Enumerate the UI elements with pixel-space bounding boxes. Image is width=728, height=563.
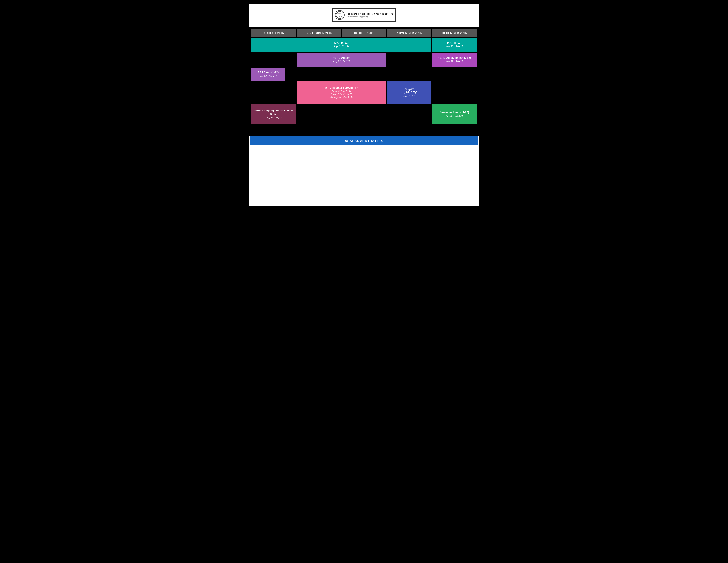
notes-section: ASSESSMENT NOTES	[249, 136, 479, 205]
read-act-k-block: READ Act (K) Aug 22 - Oct 20	[297, 53, 386, 67]
month-august: AUGUST 2016	[251, 29, 296, 37]
event-row-gt: GT Universal Screening * Grade 6: Sept 5…	[251, 81, 477, 103]
gt-sub3: Kindergarten: Oct 3 - 14	[330, 96, 353, 99]
read-act-k-dates: Aug 22 - Oct 20	[333, 60, 350, 63]
world-lang-block: World Language Assessments (6-12) Aug 22…	[251, 104, 296, 124]
logo-text: DENVER PUBLIC SCHOOLS Discover a World o…	[346, 12, 393, 18]
gt-sub1: Grade 6: Sept 5 - 16	[331, 90, 351, 93]
cogat-block: CogAT(1, 3-5 & 7)* Nov 1 - 11	[387, 81, 432, 103]
calendar: AUGUST 2016 SEPTEMBER 2016 OCTOBER 2016 …	[249, 27, 479, 129]
event-row-read-1-12: READ Act (1-12) Aug 22 - Sept 26	[251, 68, 477, 81]
event-row-world: World Language Assessments (6-12) Aug 22…	[251, 104, 477, 124]
map-title: MAP (6-12)	[334, 41, 349, 45]
notes-grid-top	[250, 145, 478, 170]
month-headers: AUGUST 2016 SEPTEMBER 2016 OCTOBER 2016 …	[251, 29, 477, 37]
notes-cell-1	[250, 145, 307, 170]
semester-finals-block: Semester Finals (9-12) Nov 30 - Dec 21	[432, 104, 477, 124]
cogat-dates: Nov 1 - 11	[403, 95, 415, 98]
brand-name: DENVER PUBLIC SCHOOLS	[346, 12, 393, 16]
gt-screening-block: GT Universal Screening * Grade 6: Sept 5…	[297, 81, 386, 103]
event-row-map: MAP (6-12) Aug 1 - Nov 18 MAP (6-12) Nov…	[251, 38, 477, 52]
gt-sub2: Grade 2: Sept 19 - 23	[331, 93, 352, 96]
map-dec-dates: Nov 28 - Feb 17	[446, 45, 463, 48]
map-block-dec: MAP (6-12) Nov 28 - Feb 17	[432, 38, 477, 52]
month-october: OCTOBER 2016	[342, 29, 386, 37]
logo: DENVER PUBLIC SCHOOLS DENVER PUBLIC SCHO…	[332, 8, 396, 22]
read-act-1-12-title: READ Act (1-12)	[258, 71, 279, 74]
tagline: Discover a World of Opportunity	[346, 16, 393, 18]
semester-finals-dates: Nov 30 - Dec 21	[445, 115, 463, 117]
semester-finals-title: Semester Finals (9-12)	[440, 111, 469, 114]
logo-circle: DENVER PUBLIC SCHOOLS	[335, 10, 345, 20]
svg-text:PUBLIC: PUBLIC	[338, 15, 341, 16]
notes-row-small	[250, 194, 478, 205]
svg-text:DENVER: DENVER	[338, 13, 342, 14]
cogat-title: CogAT(1, 3-5 & 7)*	[401, 87, 417, 94]
header: DENVER PUBLIC SCHOOLS DENVER PUBLIC SCHO…	[249, 4, 479, 27]
read-act-1-12-dates: Aug 22 - Sept 26	[259, 75, 277, 77]
map-block-main: MAP (6-12) Aug 1 - Nov 18	[251, 38, 431, 52]
notes-row-full	[250, 170, 478, 194]
read-act-midyear-title: READ Act (Midyear, K-12)	[438, 56, 471, 60]
read-act-1-12-block: READ Act (1-12) Aug 22 - Sept 26	[251, 68, 285, 81]
world-lang-title: World Language Assessments (6-12)	[253, 109, 294, 116]
read-act-k-title: READ Act (K)	[333, 56, 350, 60]
notes-cell-3	[364, 145, 421, 170]
event-row-read-k: READ Act (K) Aug 22 - Oct 20 READ Act (M…	[251, 53, 477, 67]
read-act-midyear-block: READ Act (Midyear, K-12) Nov 29 - Feb 17	[432, 53, 477, 67]
read-act-midyear-dates: Nov 29 - Feb 17	[446, 60, 463, 63]
map-dates: Aug 1 - Nov 18	[333, 45, 349, 48]
gt-title: GT Universal Screening *	[325, 86, 358, 89]
svg-text:SCHOOLS: SCHOOLS	[338, 16, 342, 17]
map-dec-title: MAP (6-12)	[447, 41, 461, 45]
notes-cell-4	[421, 145, 478, 170]
month-november: NOVEMBER 2016	[387, 29, 432, 37]
notes-cell-2	[307, 145, 364, 170]
world-lang-dates: Aug 22 - Sep 2	[266, 116, 282, 119]
month-september: SEPTEMBER 2016	[297, 29, 341, 37]
notes-header: ASSESSMENT NOTES	[250, 136, 478, 145]
month-december: DECEMBER 2016	[432, 29, 477, 37]
